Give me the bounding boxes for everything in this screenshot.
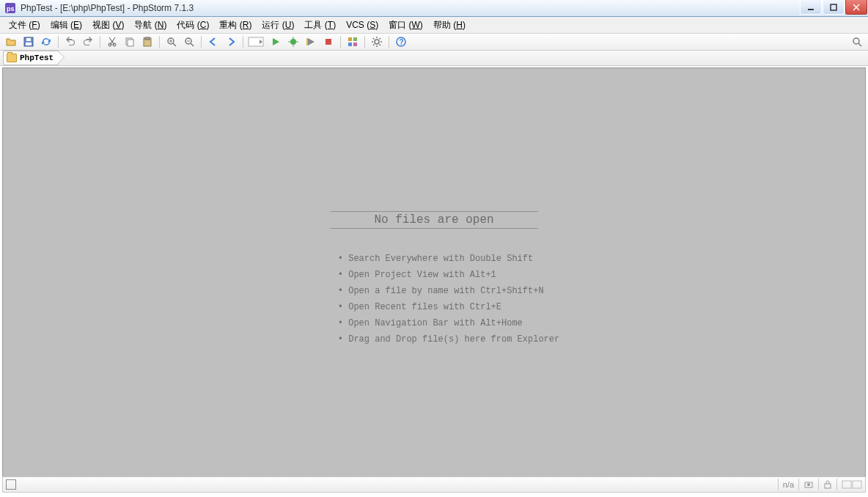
tool-window-toggle-icon[interactable] [6, 479, 16, 490]
svg-rect-31 [326, 39, 331, 45]
svg-line-43 [373, 45, 375, 46]
menu-bar: 文件 (F)编辑 (E)视图 (V)导航 (N)代码 (C)重构 (R)运行 (… [0, 17, 868, 34]
empty-editor-panel: No files are open Search Everywhere with… [309, 211, 559, 356]
app-icon: ps [4, 2, 16, 14]
open-icon[interactable] [3, 34, 19, 49]
toolbar-separator [364, 36, 365, 48]
svg-rect-34 [348, 43, 352, 46]
title-bar: ps PhpTest - [E:\php\PhpTest] - PhpStorm… [0, 0, 868, 17]
menu-r[interactable]: 重构 (R) [215, 18, 256, 33]
menu-e[interactable]: 编辑 (E) [46, 18, 87, 33]
run-icon[interactable] [268, 34, 284, 49]
svg-rect-35 [353, 43, 357, 46]
inspection-icon[interactable] [798, 479, 814, 490]
window-title: PhpTest - [E:\php\PhpTest] - PhpStorm 7.… [21, 3, 194, 13]
svg-rect-7 [26, 43, 32, 45]
hint-item: Open Recent files with Ctrl+E [338, 299, 559, 315]
maximize-button[interactable] [823, 0, 845, 15]
undo-icon[interactable] [62, 34, 78, 49]
memory-indicator-icon[interactable] [836, 479, 862, 490]
structure-icon[interactable] [345, 34, 361, 49]
menu-f[interactable]: 文件 (F) [4, 18, 45, 33]
svg-rect-8 [26, 38, 31, 41]
toolbar-separator [159, 36, 160, 48]
svg-line-41 [373, 38, 375, 40]
run-config-icon[interactable] [247, 34, 266, 49]
svg-rect-51 [825, 484, 831, 488]
minimize-button[interactable] [800, 0, 822, 15]
svg-point-50 [807, 483, 810, 486]
menu-u[interactable]: 运行 (U) [257, 18, 298, 33]
svg-rect-52 [842, 481, 851, 488]
coverage-icon[interactable] [303, 34, 319, 49]
toolbar: ? [0, 34, 868, 51]
toolbar-separator [100, 36, 100, 48]
redo-icon[interactable] [80, 34, 96, 49]
no-files-title: No files are open [330, 211, 537, 229]
svg-rect-3 [831, 4, 836, 10]
svg-rect-33 [353, 37, 357, 41]
hint-item: Open a file by name with Ctrl+Shift+N [338, 283, 559, 299]
debug-icon[interactable] [285, 34, 301, 49]
svg-rect-16 [145, 37, 150, 40]
toolbar-separator [389, 36, 389, 48]
svg-point-25 [290, 39, 296, 45]
breadcrumb-root[interactable]: PhpTest [3, 51, 59, 65]
save-icon[interactable] [21, 34, 37, 49]
svg-text:?: ? [400, 38, 404, 46]
menu-t[interactable]: 工具 (T) [300, 18, 340, 33]
read-only-icon[interactable] [818, 479, 832, 490]
close-button[interactable] [845, 0, 867, 15]
forward-icon[interactable] [223, 34, 239, 49]
copy-icon[interactable] [122, 34, 138, 49]
toolbar-separator [58, 36, 59, 48]
menu-w[interactable]: 窗口 (W) [384, 18, 427, 33]
hint-item: Open Project View with Alt+1 [338, 267, 559, 283]
sync-icon[interactable] [38, 34, 54, 49]
svg-rect-32 [348, 37, 352, 41]
zoom-out-icon[interactable] [181, 34, 197, 49]
svg-line-18 [173, 43, 176, 46]
svg-line-22 [191, 43, 194, 46]
svg-rect-53 [853, 481, 861, 488]
svg-point-47 [853, 38, 859, 44]
folder-icon [7, 54, 17, 62]
toolbar-separator [340, 36, 341, 48]
stop-icon[interactable] [320, 34, 336, 49]
svg-line-48 [858, 43, 861, 46]
svg-line-42 [380, 45, 381, 46]
breadcrumb-label: PhpTest [20, 54, 54, 62]
help-icon[interactable]: ? [393, 34, 409, 49]
back-icon[interactable] [205, 34, 221, 49]
menu-v[interactable]: 视图 (V) [88, 18, 128, 33]
toolbar-separator [201, 36, 202, 48]
paste-icon[interactable] [139, 34, 155, 49]
editor-area: No files are open Search Everywhere with… [2, 67, 866, 481]
hint-item: Drag and Drop file(s) here from Explorer [338, 331, 559, 347]
menu-s[interactable]: VCS (S) [342, 18, 383, 32]
settings-icon[interactable] [369, 34, 385, 49]
svg-rect-30 [306, 38, 308, 45]
search-icon[interactable] [850, 35, 864, 48]
toolbar-separator [243, 36, 243, 48]
svg-point-36 [375, 40, 379, 44]
breadcrumb-bar: PhpTest [0, 51, 868, 66]
hint-item: Open Navigation Bar with Alt+Home [338, 315, 559, 331]
menu-h[interactable]: 帮助 (H) [429, 18, 470, 33]
hint-item: Search Everywhere with Double Shift [338, 251, 559, 267]
cut-icon[interactable] [104, 34, 120, 49]
menu-n[interactable]: 导航 (N) [130, 18, 171, 33]
svg-text:ps: ps [7, 5, 15, 12]
svg-line-44 [380, 38, 381, 40]
svg-rect-14 [128, 40, 133, 46]
zoom-in-icon[interactable] [163, 34, 180, 49]
insert-mode: n/a [778, 479, 794, 490]
hint-list: Search Everywhere with Double ShiftOpen … [309, 251, 559, 347]
status-bar: n/a [2, 476, 866, 493]
window-controls [800, 0, 868, 15]
menu-c[interactable]: 代码 (C) [172, 18, 213, 33]
